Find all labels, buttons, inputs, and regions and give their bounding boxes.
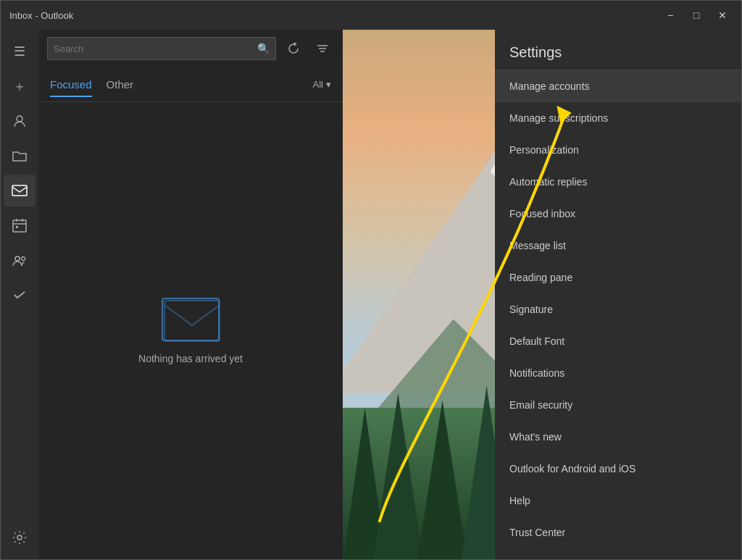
settings-item[interactable]: Reading pane — [495, 262, 741, 293]
app-window: Inbox - Outlook − □ ✕ ☰ ＋ — [0, 0, 742, 560]
settings-panel: Settings Manage accountsManage subscript… — [495, 30, 741, 559]
svg-point-0 — [17, 116, 22, 122]
settings-icon[interactable] — [4, 522, 36, 553]
settings-item[interactable]: Message list — [495, 230, 741, 262]
search-icon: 🔍 — [257, 43, 270, 54]
chevron-down-icon: ▾ — [326, 79, 331, 90]
settings-title: Settings — [509, 44, 727, 61]
sidebar: ☰ ＋ — [1, 30, 38, 559]
svg-point-6 — [17, 535, 22, 540]
svg-rect-2 — [13, 220, 26, 232]
close-button[interactable]: ✕ — [712, 7, 733, 23]
mail-icon[interactable] — [4, 175, 36, 206]
settings-item[interactable]: Manage subscriptions — [495, 102, 741, 134]
settings-item[interactable]: What's new — [495, 421, 741, 453]
compose-icon[interactable]: ＋ — [4, 70, 36, 102]
app-body: ☰ ＋ — [1, 30, 741, 559]
settings-item[interactable]: Notifications — [495, 357, 741, 389]
folder-icon[interactable] — [4, 140, 36, 172]
svg-point-5 — [22, 257, 25, 261]
settings-item[interactable]: Focused inbox — [495, 198, 741, 230]
svg-rect-3 — [16, 226, 18, 228]
settings-item[interactable]: Personalization — [495, 134, 741, 166]
settings-item[interactable]: Email security — [495, 389, 741, 421]
email-panel: 🔍 Focused — [38, 30, 343, 559]
calendar-icon[interactable] — [4, 209, 36, 241]
refresh-button[interactable] — [282, 37, 305, 60]
svg-rect-10 — [164, 301, 220, 341]
settings-item[interactable]: Automatic replies — [495, 166, 741, 198]
email-toolbar: 🔍 — [38, 30, 343, 67]
svg-rect-1 — [12, 185, 27, 196]
window-title: Inbox - Outlook — [9, 10, 73, 21]
empty-state-message: Nothing has arrived yet — [138, 353, 243, 364]
main-content: Settings Manage accountsManage subscript… — [343, 30, 741, 559]
search-input[interactable] — [54, 43, 253, 54]
filter-button[interactable] — [311, 37, 334, 60]
window-controls: − □ ✕ — [660, 7, 733, 23]
search-box[interactable]: 🔍 — [47, 37, 276, 60]
settings-item[interactable]: Feedback — [495, 548, 741, 559]
settings-item[interactable]: Default Font — [495, 325, 741, 357]
empty-envelope-icon — [162, 298, 220, 341]
settings-item[interactable]: Help — [495, 485, 741, 517]
settings-item[interactable]: Outlook for Android and iOS — [495, 453, 741, 485]
titlebar: Inbox - Outlook − □ ✕ — [1, 1, 741, 30]
tab-focused[interactable]: Focused — [50, 72, 92, 96]
settings-header: Settings — [495, 30, 741, 70]
people-icon[interactable] — [4, 105, 36, 137]
settings-item[interactable]: Signature — [495, 293, 741, 325]
tasks-icon[interactable] — [4, 279, 36, 311]
svg-point-4 — [15, 256, 20, 261]
tab-other[interactable]: Other — [107, 72, 134, 96]
settings-list: Manage accountsManage subscriptionsPerso… — [495, 70, 741, 559]
empty-state: Nothing has arrived yet — [38, 102, 343, 559]
hamburger-icon[interactable]: ☰ — [4, 35, 36, 67]
settings-item[interactable]: Manage accounts — [495, 70, 741, 102]
tabs-bar: Focused Other All ▾ — [38, 67, 343, 102]
all-filter-button[interactable]: All ▾ — [313, 79, 331, 90]
contacts-icon[interactable] — [4, 244, 36, 276]
minimize-button[interactable]: − — [660, 7, 680, 23]
maximize-button[interactable]: □ — [686, 7, 706, 23]
settings-item[interactable]: Trust Center — [495, 517, 741, 548]
